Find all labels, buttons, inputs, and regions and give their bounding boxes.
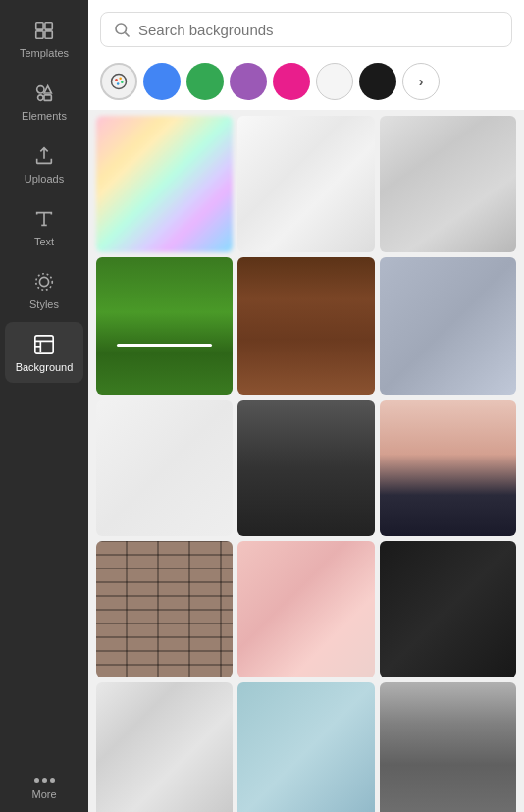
sidebar-item-styles[interactable]: Styles	[5, 259, 83, 320]
search-input[interactable]	[138, 22, 499, 38]
grid-item-grass[interactable]	[96, 257, 233, 394]
svg-rect-0	[36, 23, 43, 29]
search-input-wrap[interactable]	[100, 12, 512, 47]
svg-rect-10	[35, 336, 53, 353]
sidebar-item-label: Text	[34, 236, 54, 247]
svg-point-16	[121, 81, 124, 84]
sidebar: Templates Elements Uploads	[0, 0, 88, 812]
svg-point-15	[119, 77, 122, 80]
sidebar-item-label: Background	[16, 361, 74, 373]
svg-point-11	[116, 24, 127, 34]
color-swatches	[143, 63, 396, 100]
svg-point-9	[36, 274, 53, 291]
search-bar	[88, 0, 524, 57]
svg-rect-6	[44, 95, 51, 101]
svg-rect-1	[45, 23, 52, 29]
sidebar-item-label: Elements	[22, 110, 67, 122]
color-filter-white[interactable]	[316, 63, 353, 100]
filter-scroll-right-button[interactable]: ›	[402, 63, 440, 100]
elements-icon	[31, 81, 57, 106]
sidebar-item-templates[interactable]: Templates	[5, 8, 83, 69]
grid-item-white-marble2[interactable]	[96, 682, 233, 812]
grid-item-dark-gradient[interactable]	[237, 400, 374, 536]
sidebar-item-text[interactable]: Text	[5, 196, 83, 257]
grid-item-wood[interactable]	[237, 257, 374, 394]
svg-point-13	[112, 75, 127, 89]
color-filter-purple[interactable]	[230, 63, 267, 100]
sidebar-item-label: Templates	[20, 47, 69, 59]
color-filter-blue[interactable]	[143, 63, 181, 100]
sidebar-item-more[interactable]: More	[5, 768, 83, 810]
grid-item-white-texture[interactable]	[96, 400, 233, 536]
svg-point-14	[115, 79, 118, 81]
color-filter-black[interactable]	[359, 63, 396, 100]
grid-item-marble-white[interactable]	[237, 116, 374, 252]
styles-icon	[31, 269, 57, 295]
grid-item-glitter[interactable]	[380, 257, 516, 394]
sidebar-item-label: Styles	[29, 298, 59, 310]
svg-point-4	[37, 86, 44, 93]
sidebar-item-elements[interactable]: Elements	[5, 71, 83, 132]
main-panel: ›	[88, 0, 524, 812]
image-grid-container	[88, 110, 524, 812]
grid-item-dark-rock[interactable]	[380, 541, 516, 677]
grid-item-crystal[interactable]	[237, 682, 374, 812]
filter-row: ›	[88, 57, 524, 110]
more-icon	[34, 778, 55, 783]
sidebar-item-label: Uploads	[25, 173, 64, 185]
sidebar-item-background[interactable]: Background	[5, 322, 83, 383]
grid-item-brick[interactable]	[96, 541, 233, 677]
svg-rect-2	[36, 31, 43, 38]
grid-item-crumpled[interactable]	[380, 116, 516, 252]
color-filter-pink[interactable]	[273, 63, 310, 100]
palette-filter-button[interactable]	[100, 63, 137, 100]
background-icon	[31, 332, 57, 357]
image-grid	[96, 116, 516, 812]
sidebar-item-label: More	[31, 788, 56, 800]
svg-point-17	[117, 82, 120, 85]
grid-item-road[interactable]	[380, 682, 516, 812]
sidebar-item-uploads[interactable]: Uploads	[5, 134, 83, 194]
grid-item-pink-marble[interactable]	[237, 541, 374, 677]
uploads-icon	[31, 143, 57, 169]
svg-point-7	[38, 95, 44, 101]
svg-rect-3	[45, 31, 52, 38]
svg-point-8	[39, 277, 48, 286]
templates-icon	[31, 18, 57, 43]
grid-item-city-sunset[interactable]	[380, 400, 516, 536]
grid-item-bokeh[interactable]	[96, 116, 233, 252]
svg-line-12	[125, 32, 129, 36]
color-filter-teal[interactable]	[186, 63, 224, 100]
text-icon	[31, 206, 57, 232]
svg-marker-5	[44, 86, 51, 93]
search-icon	[113, 21, 131, 38]
